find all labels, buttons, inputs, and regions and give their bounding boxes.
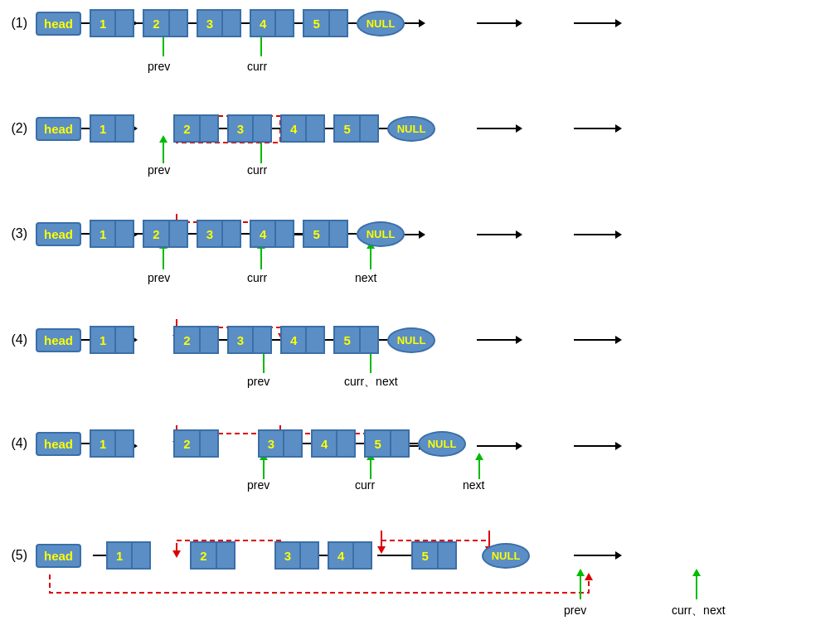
svg-marker-86 — [475, 453, 483, 460]
row5-node2: 2 — [190, 541, 235, 570]
row4b-prev-label: prev — [247, 478, 269, 492]
row2-label: (2) — [4, 121, 27, 136]
row4a-node3: 3 — [227, 326, 272, 354]
row4b-head: head — [36, 432, 81, 456]
row3-node4: 4 — [250, 220, 294, 248]
row5-node1: 1 — [106, 541, 151, 570]
row2-node2: 2 — [173, 114, 218, 143]
svg-marker-7 — [419, 19, 425, 27]
row4a-node2: 2 — [173, 326, 218, 354]
row2-curr-label: curr — [247, 163, 267, 177]
row4b-node1: 1 — [90, 429, 134, 458]
row1-head: head — [36, 12, 81, 36]
row2-null: NULL — [387, 116, 436, 142]
svg-marker-104 — [576, 569, 585, 576]
row4b-node3: 3 — [258, 429, 303, 458]
svg-marker-36 — [419, 230, 425, 239]
row3-label: (3) — [4, 226, 27, 241]
row5-currnext-label: curr、next — [672, 603, 726, 618]
row-1: (1) head 1 2 3 4 5 NULL — [4, 9, 405, 37]
row5-head: head — [36, 544, 81, 568]
svg-overlay — [0, 0, 840, 635]
svg-marker-9 — [516, 19, 522, 27]
row4a-node4: 4 — [280, 326, 325, 354]
row2-prev-label: prev — [148, 163, 170, 177]
svg-marker-25 — [615, 124, 622, 133]
row5-label: (5) — [4, 548, 27, 563]
row-4a: (4) head 1 2 3 4 5 NULL — [4, 326, 435, 354]
row1-node1: 1 — [90, 9, 134, 37]
row5-node3: 3 — [274, 541, 319, 570]
diagram-container: (1) head 1 2 3 4 5 NULL prev curr (2) he… — [0, 0, 840, 635]
svg-marker-23 — [516, 124, 522, 133]
svg-marker-74 — [615, 442, 622, 450]
row4b-node2: 2 — [173, 429, 218, 458]
row2-node3: 3 — [227, 114, 272, 143]
row4a-label: (4) — [4, 332, 27, 347]
row4b-curr-label: curr — [355, 478, 375, 492]
svg-marker-72 — [516, 442, 522, 450]
svg-marker-57 — [516, 336, 522, 344]
row-4b: (4) head 1 2 3 4 5 NULL — [4, 429, 466, 458]
svg-marker-106 — [692, 569, 701, 576]
svg-marker-59 — [615, 336, 622, 344]
row4b-null: NULL — [418, 431, 467, 457]
row4a-prev-label: prev — [247, 375, 269, 388]
row3-node3: 3 — [197, 220, 241, 248]
row4a-null: NULL — [387, 327, 436, 353]
row3-node5: 5 — [303, 220, 347, 248]
row-5: (5) head 1 2 3 4 5 NULL — [4, 541, 530, 570]
row2-node1: 1 — [90, 114, 134, 143]
row2-node4: 4 — [280, 114, 325, 143]
row3-next-label: next — [355, 271, 376, 284]
svg-marker-102 — [585, 573, 593, 580]
row2-node5: 5 — [333, 114, 378, 143]
row4b-node5: 5 — [364, 429, 409, 458]
row3-null: NULL — [357, 221, 405, 247]
row1-label: (1) — [4, 16, 27, 31]
row2-head: head — [36, 117, 81, 141]
row4a-head: head — [36, 328, 81, 352]
row3-node1: 1 — [90, 220, 134, 248]
row3-node2: 2 — [143, 220, 187, 248]
row4b-label: (4) — [4, 436, 27, 451]
svg-marker-40 — [615, 230, 622, 239]
row3-prev-label: prev — [148, 271, 170, 284]
row3-curr-label: curr — [247, 271, 267, 284]
row1-curr-label: curr — [247, 60, 267, 73]
row-3: (3) head 1 2 3 4 5 NULL — [4, 220, 405, 248]
row1-prev-label: prev — [148, 60, 170, 73]
row3-head: head — [36, 222, 81, 246]
row-2: (2) head 1 2 3 4 5 NULL — [4, 114, 435, 143]
row5-node4: 4 — [328, 541, 372, 570]
row5-prev-label: prev — [564, 603, 586, 617]
row1-node5: 5 — [303, 9, 347, 37]
svg-marker-11 — [615, 19, 622, 27]
row4a-node1: 1 — [90, 326, 134, 354]
row1-null: NULL — [357, 11, 405, 36]
row5-node5: 5 — [411, 541, 456, 570]
row1-node3: 3 — [197, 9, 241, 37]
row4a-node5: 5 — [333, 326, 378, 354]
row4a-currnext-label: curr、next — [344, 375, 398, 390]
svg-marker-92 — [615, 551, 622, 560]
svg-marker-38 — [516, 230, 522, 239]
row1-node4: 4 — [250, 9, 294, 37]
row5-null: NULL — [482, 543, 531, 569]
row4b-node4: 4 — [311, 429, 356, 458]
row1-node2: 2 — [143, 9, 187, 37]
row4b-next-label: next — [463, 478, 484, 492]
